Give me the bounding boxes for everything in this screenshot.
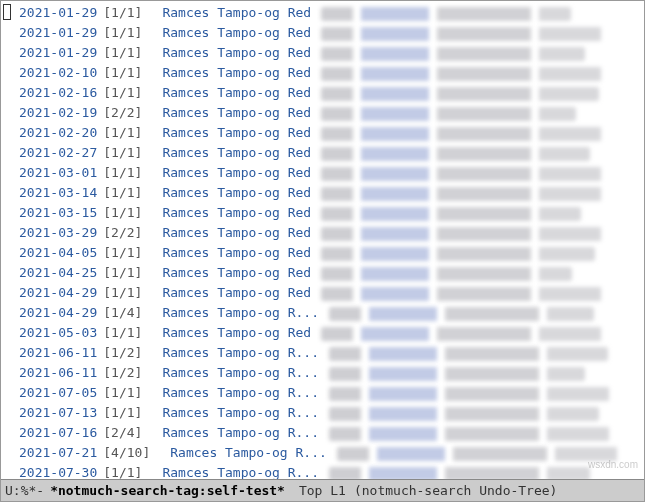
result-author: Ramces Tampo-og R...: [170, 445, 327, 460]
result-subject-redacted: [321, 47, 585, 61]
result-subject-redacted: [321, 147, 590, 161]
result-date: 2021-05-03: [19, 325, 97, 340]
search-result-row[interactable]: 2021-01-29[1/1]Ramces Tampo-og Red: [3, 23, 644, 43]
result-author: Ramces Tampo-og Red: [162, 5, 311, 20]
result-date: 2021-03-01: [19, 165, 97, 180]
result-author: Ramces Tampo-og Red: [162, 265, 311, 280]
result-thread-count: [2/2]: [103, 225, 142, 240]
result-thread-count: [1/1]: [103, 85, 142, 100]
result-subject-redacted: [321, 287, 609, 301]
result-date: 2021-02-10: [19, 65, 97, 80]
result-author: Ramces Tampo-og R...: [162, 365, 319, 380]
search-result-row[interactable]: 2021-07-16[2/4]Ramces Tampo-og R...: [3, 423, 644, 443]
search-result-row[interactable]: 2021-01-29[1/1]Ramces Tampo-og Red: [3, 43, 644, 63]
modeline: U:%*- *notmuch-search-tag:self-test* Top…: [1, 479, 644, 501]
result-author: Ramces Tampo-og Red: [162, 325, 311, 340]
result-thread-count: [1/2]: [103, 345, 142, 360]
modeline-modes: (notmuch-search Undo-Tree): [354, 480, 558, 501]
search-result-row[interactable]: 2021-01-29[1/1]Ramces Tampo-og Red: [3, 3, 644, 23]
result-subject-redacted: [321, 27, 608, 41]
result-subject-redacted: [321, 107, 576, 121]
result-date: 2021-01-29: [19, 25, 97, 40]
result-author: Ramces Tampo-og Red: [162, 225, 311, 240]
result-subject-redacted: [337, 447, 621, 461]
search-result-row[interactable]: 2021-03-29[2/2]Ramces Tampo-og Red: [3, 223, 644, 243]
result-thread-count: [1/1]: [103, 125, 142, 140]
result-subject-redacted: [321, 67, 622, 81]
result-thread-count: [1/4]: [103, 305, 142, 320]
result-subject-redacted: [321, 7, 571, 21]
result-author: Ramces Tampo-og R...: [162, 425, 319, 440]
result-thread-count: [4/10]: [103, 445, 150, 460]
search-result-row[interactable]: 2021-04-25[1/1]Ramces Tampo-og Red: [3, 263, 644, 283]
result-thread-count: [1/1]: [103, 245, 142, 260]
result-date: 2021-04-25: [19, 265, 97, 280]
search-result-row[interactable]: 2021-02-27[1/1]Ramces Tampo-og Red: [3, 143, 644, 163]
result-author: Ramces Tampo-og Red: [162, 165, 311, 180]
search-result-row[interactable]: 2021-03-01[1/1]Ramces Tampo-og Red: [3, 163, 644, 183]
result-date: 2021-06-11: [19, 365, 97, 380]
search-result-row[interactable]: 2021-02-20[1/1]Ramces Tampo-og Red: [3, 123, 644, 143]
result-thread-count: [1/2]: [103, 365, 142, 380]
result-thread-count: [1/1]: [103, 205, 142, 220]
result-thread-count: [1/1]: [103, 145, 142, 160]
search-result-row[interactable]: 2021-07-21[4/10]Ramces Tampo-og R...: [3, 443, 644, 463]
search-result-row[interactable]: 2021-07-05[1/1]Ramces Tampo-og R...: [3, 383, 644, 403]
search-result-row[interactable]: 2021-04-29[1/1]Ramces Tampo-og Red: [3, 283, 644, 303]
result-date: 2021-07-13: [19, 405, 97, 420]
result-subject-redacted: [329, 347, 608, 361]
result-subject-redacted: [321, 167, 627, 181]
search-result-row[interactable]: 2021-06-11[1/2]Ramces Tampo-og R...: [3, 363, 644, 383]
result-author: Ramces Tampo-og R...: [162, 465, 319, 479]
result-date: 2021-07-21: [19, 445, 97, 460]
search-result-row[interactable]: 2021-04-05[1/1]Ramces Tampo-og Red: [3, 243, 644, 263]
result-author: Ramces Tampo-og R...: [162, 305, 319, 320]
result-author: Ramces Tampo-og R...: [162, 345, 319, 360]
result-subject-redacted: [321, 227, 618, 241]
result-thread-count: [1/1]: [103, 385, 142, 400]
result-date: 2021-02-27: [19, 145, 97, 160]
result-author: Ramces Tampo-og Red: [162, 185, 311, 200]
result-thread-count: [2/4]: [103, 425, 142, 440]
result-thread-count: [1/1]: [103, 65, 142, 80]
result-thread-count: [1/1]: [103, 265, 142, 280]
result-subject-redacted: [321, 187, 604, 201]
search-result-row[interactable]: 2021-05-03[1/1]Ramces Tampo-og Red: [3, 323, 644, 343]
result-date: 2021-02-19: [19, 105, 97, 120]
result-date: 2021-02-16: [19, 85, 97, 100]
result-author: Ramces Tampo-og Red: [162, 65, 311, 80]
search-result-row[interactable]: 2021-07-13[1/1]Ramces Tampo-og R...: [3, 403, 644, 423]
result-author: Ramces Tampo-og Red: [162, 145, 311, 160]
result-thread-count: [1/1]: [103, 165, 142, 180]
result-author: Ramces Tampo-og Red: [162, 245, 311, 260]
result-author: Ramces Tampo-og Red: [162, 285, 311, 300]
result-date: 2021-04-05: [19, 245, 97, 260]
result-thread-count: [1/1]: [103, 405, 142, 420]
search-result-row[interactable]: 2021-06-11[1/2]Ramces Tampo-og R...: [3, 343, 644, 363]
search-result-row[interactable]: 2021-02-19[2/2]Ramces Tampo-og Red: [3, 103, 644, 123]
search-result-row[interactable]: 2021-02-10[1/1]Ramces Tampo-og Red: [3, 63, 644, 83]
search-result-row[interactable]: 2021-02-16[1/1]Ramces Tampo-og Red: [3, 83, 644, 103]
result-date: 2021-03-29: [19, 225, 97, 240]
result-subject-redacted: [321, 87, 599, 101]
result-date: 2021-02-20: [19, 125, 97, 140]
result-author: Ramces Tampo-og R...: [162, 405, 319, 420]
search-result-row[interactable]: 2021-03-15[1/1]Ramces Tampo-og Red: [3, 203, 644, 223]
result-date: 2021-01-29: [19, 5, 97, 20]
result-subject-redacted: [329, 387, 622, 401]
text-cursor: [3, 4, 11, 20]
result-date: 2021-03-15: [19, 205, 97, 220]
result-subject-redacted: [329, 367, 585, 381]
search-result-row[interactable]: 2021-07-30[1/1]Ramces Tampo-og R...: [3, 463, 644, 479]
modeline-buffer: *notmuch-search-tag:self-test*: [44, 480, 291, 501]
search-result-row[interactable]: 2021-04-29[1/4]Ramces Tampo-og R...: [3, 303, 644, 323]
modeline-position: Top L1: [291, 480, 354, 501]
result-thread-count: [1/1]: [103, 45, 142, 60]
result-subject-redacted: [329, 427, 636, 441]
search-results-viewport[interactable]: 2021-01-29[1/1]Ramces Tampo-og Red2021-0…: [1, 1, 644, 479]
result-thread-count: [1/1]: [103, 25, 142, 40]
result-author: Ramces Tampo-og Red: [162, 25, 311, 40]
result-thread-count: [1/1]: [103, 185, 142, 200]
search-result-row[interactable]: 2021-03-14[1/1]Ramces Tampo-og Red: [3, 183, 644, 203]
result-subject-redacted: [321, 327, 623, 341]
